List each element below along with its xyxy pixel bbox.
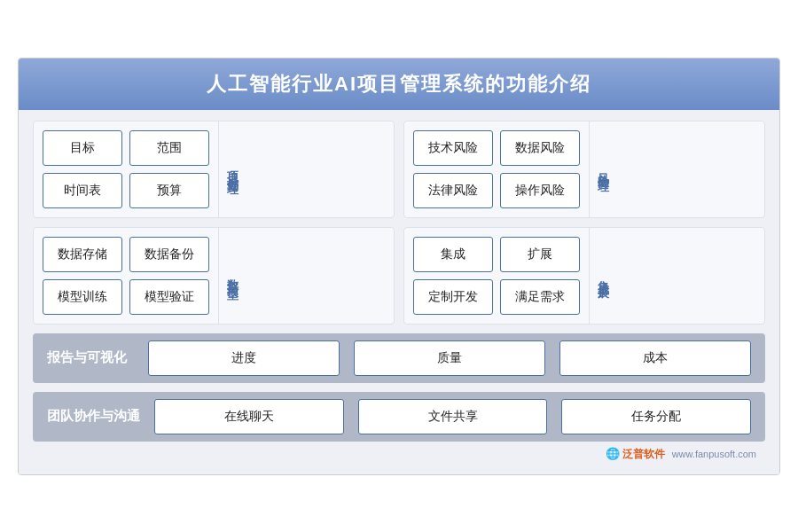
title-bar: 人工智能行业AI项目管理系统的功能介绍 — [19, 59, 779, 110]
data-model-cells: 数据存储 数据备份 模型训练 模型验证 — [34, 228, 218, 324]
logo-url: www.fanpusoft.com — [672, 449, 756, 459]
panel-data-model: 数据存储 数据备份 模型训练 模型验证 数据模型 — [33, 227, 395, 325]
panel-integration: 集成 扩展 定制开发 满足需求 集成扩展 — [403, 227, 765, 325]
cell-progress: 进度 — [148, 340, 340, 376]
row-report: 报告与可视化 进度 质量 成本 — [33, 333, 765, 383]
middle-row: 数据存储 数据备份 模型训练 模型验证 数据模型 集成 扩展 定制开发 满足需求… — [33, 227, 765, 325]
label-data-model: 数据模型 — [218, 228, 246, 324]
label-report: 报告与可视化 — [33, 349, 148, 366]
main-container: 人工智能行业AI项目管理系统的功能介绍 目标 范围 时间表 预算 项目计划管理 … — [18, 58, 780, 475]
row-team: 团队协作与沟通 在线聊天 文件共享 任务分配 — [33, 392, 765, 442]
page-title: 人工智能行业AI项目管理系统的功能介绍 — [207, 73, 591, 95]
cell-integration: 集成 — [413, 237, 493, 272]
cell-file-share: 文件共享 — [358, 399, 548, 434]
label-team: 团队协作与沟通 — [33, 408, 154, 425]
top-row: 目标 范围 时间表 预算 项目计划管理 技术风险 数据风险 法律风险 操作风险 … — [33, 121, 765, 218]
cell-data-backup: 数据备份 — [129, 237, 209, 272]
main-content: 目标 范围 时间表 预算 项目计划管理 技术风险 数据风险 法律风险 操作风险 … — [19, 110, 779, 474]
cell-cost: 成本 — [559, 340, 751, 376]
cell-meet-needs: 满足需求 — [500, 279, 580, 315]
report-cells: 进度 质量 成本 — [148, 333, 765, 383]
cell-model-verify: 模型验证 — [129, 279, 209, 315]
cell-quality: 质量 — [354, 340, 545, 376]
logo-icon: 🌐 — [606, 447, 620, 460]
brand-name: 泛普软件 — [622, 448, 665, 460]
cell-data-risk: 数据风险 — [500, 130, 580, 166]
cell-legal-risk: 法律风险 — [413, 173, 493, 208]
cell-target: 目标 — [43, 130, 122, 166]
label-project-plan: 项目计划管理 — [218, 121, 246, 217]
cell-scope: 范围 — [129, 130, 209, 166]
label-risk: 风险管理 — [589, 121, 616, 217]
cell-task-assign: 任务分配 — [561, 399, 751, 434]
cell-budget: 预算 — [129, 173, 209, 208]
cell-tech-risk: 技术风险 — [413, 130, 493, 166]
cell-op-risk: 操作风险 — [500, 173, 580, 208]
panel-project-plan: 目标 范围 时间表 预算 项目计划管理 — [33, 121, 395, 218]
integration-cells: 集成 扩展 定制开发 满足需求 — [404, 228, 589, 324]
cell-timeline: 时间表 — [43, 173, 122, 208]
cell-chat: 在线聊天 — [154, 399, 344, 434]
cell-model-train: 模型训练 — [43, 279, 122, 315]
logo-area: 🌐 泛普软件 www.fanpusoft.com — [33, 445, 765, 466]
cell-expansion: 扩展 — [500, 237, 580, 272]
risk-cells: 技术风险 数据风险 法律风险 操作风险 — [404, 121, 589, 217]
panel-risk: 技术风险 数据风险 法律风险 操作风险 风险管理 — [403, 121, 765, 218]
team-cells: 在线聊天 文件共享 任务分配 — [154, 392, 765, 442]
cell-data-storage: 数据存储 — [43, 237, 122, 272]
project-plan-cells: 目标 范围 时间表 预算 — [34, 121, 218, 217]
cell-custom-dev: 定制开发 — [413, 279, 493, 315]
label-integration: 集成扩展 — [589, 228, 616, 324]
